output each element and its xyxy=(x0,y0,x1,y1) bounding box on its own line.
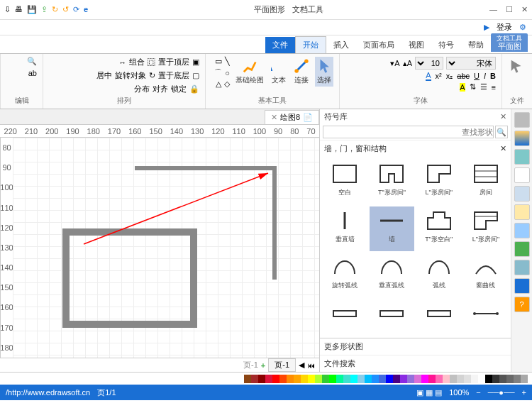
list-icon[interactable]: ☰ xyxy=(480,82,487,92)
minimize-button[interactable]: — xyxy=(489,5,497,14)
rail-item-6[interactable] xyxy=(514,204,530,220)
rail-item-4[interactable] xyxy=(514,167,530,183)
shape-item[interactable]: 窗曲线 xyxy=(464,253,508,298)
login-link[interactable]: 登录 xyxy=(497,22,512,33)
text-tool[interactable]: A文本 xyxy=(270,57,288,87)
color-swatch[interactable] xyxy=(450,375,457,383)
lock-icon[interactable]: 🔒 xyxy=(189,84,199,94)
font-color-button[interactable]: A xyxy=(426,71,431,81)
search-icon[interactable]: 🔍 xyxy=(495,126,508,138)
redo-icon[interactable]: ↻ xyxy=(52,5,58,14)
shape-item[interactable]: 弧线 xyxy=(417,253,461,298)
shape-item[interactable]: 房间 xyxy=(464,160,508,205)
tab-home[interactable]: 开始 xyxy=(295,36,326,53)
shape-item[interactable]: 墙 xyxy=(370,206,414,252)
rail-item-3[interactable] xyxy=(514,149,530,165)
doc-close-icon[interactable]: ✕ xyxy=(271,113,277,122)
decrease-font-icon[interactable]: A▾ xyxy=(390,59,399,68)
close-button[interactable]: ✕ xyxy=(521,5,528,14)
color-swatch[interactable] xyxy=(478,375,485,383)
document-tab[interactable]: 📄 绘图8 ✕ xyxy=(265,110,319,124)
panel-close-icon[interactable]: ✕ xyxy=(500,112,506,121)
shape-item[interactable]: "L"形房间 xyxy=(464,206,508,252)
size-icon[interactable]: ↔ xyxy=(118,58,126,67)
print-icon[interactable]: 🖶 xyxy=(15,5,23,14)
find-button[interactable]: 🔍 xyxy=(27,57,37,66)
color-swatch[interactable] xyxy=(251,375,258,383)
replace-button[interactable]: ab xyxy=(28,69,37,77)
zoom-out-icon[interactable]: − xyxy=(476,388,480,397)
refresh-icon[interactable]: ⟳ xyxy=(73,5,79,14)
shape-item[interactable] xyxy=(323,299,367,336)
color-swatch[interactable] xyxy=(272,375,279,383)
color-swatch[interactable] xyxy=(365,375,372,383)
color-swatch[interactable] xyxy=(322,375,329,383)
shape-rect-room[interactable] xyxy=(62,228,197,328)
color-swatch[interactable] xyxy=(485,375,492,383)
rail-item-7[interactable] xyxy=(514,223,530,238)
shape-search-input[interactable] xyxy=(323,126,494,138)
font-size-select[interactable]: 10 xyxy=(415,57,443,70)
color-swatch[interactable] xyxy=(499,375,506,383)
color-swatch[interactable] xyxy=(457,375,464,383)
settings-icon[interactable]: ⚙ xyxy=(519,23,526,32)
color-swatch[interactable] xyxy=(492,375,499,383)
page-nav-prev[interactable]: ◀ xyxy=(299,360,304,370)
sup-button[interactable]: x² xyxy=(436,72,442,80)
tab-pagelayout[interactable]: 页面布局 xyxy=(356,37,401,53)
star-tool-icon[interactable]: △ xyxy=(216,79,221,89)
spacing-icon[interactable]: ⇅ xyxy=(470,82,476,92)
color-swatch[interactable] xyxy=(350,375,358,383)
shape-item[interactable]: "T"形房间 xyxy=(370,160,414,205)
color-swatch[interactable] xyxy=(407,375,414,383)
rail-item-8[interactable] xyxy=(514,241,530,257)
color-swatch[interactable] xyxy=(428,375,436,383)
shape-item[interactable]: 垂直墙 xyxy=(323,206,367,252)
save-icon[interactable]: 💾 xyxy=(27,5,37,14)
increase-font-icon[interactable]: A▴ xyxy=(403,59,412,68)
color-swatch[interactable] xyxy=(308,375,315,383)
color-swatch[interactable] xyxy=(521,375,528,383)
tab-view[interactable]: 视图 xyxy=(401,37,431,53)
tab-insert[interactable]: 插入 xyxy=(326,37,356,53)
line-tool-icon[interactable]: ╲ xyxy=(225,57,230,66)
color-swatch[interactable] xyxy=(464,375,471,383)
view-mode-icon[interactable]: ▤ ▦ ▣ xyxy=(416,388,442,397)
color-swatch[interactable] xyxy=(400,375,407,383)
select-tool[interactable]: 选择 xyxy=(315,57,333,87)
underline-button[interactable]: U xyxy=(474,72,480,80)
color-swatch[interactable] xyxy=(265,375,272,383)
color-swatch[interactable] xyxy=(414,375,421,383)
maximize-button[interactable]: ☐ xyxy=(506,5,513,14)
color-swatch[interactable] xyxy=(506,375,514,383)
color-swatch[interactable] xyxy=(421,375,428,383)
color-swatch[interactable] xyxy=(336,375,343,383)
share-icon[interactable]: ⇪ xyxy=(41,5,48,14)
tab-floorplan-context[interactable]: 文档工具 平面图 xyxy=(491,33,528,52)
strike-button[interactable]: abc xyxy=(457,72,470,80)
color-swatch[interactable] xyxy=(244,375,251,383)
page-nav-first[interactable]: ⏮ xyxy=(307,361,315,370)
section-close-icon[interactable]: ✕ xyxy=(500,144,506,153)
arc-tool-icon[interactable]: ⌒ xyxy=(214,67,222,78)
color-swatch[interactable] xyxy=(294,375,301,383)
color-swatch[interactable] xyxy=(379,375,386,383)
color-swatch[interactable] xyxy=(471,375,478,383)
color-swatch[interactable] xyxy=(279,375,287,383)
sub-button[interactable]: x₂ xyxy=(446,72,453,81)
color-swatch[interactable] xyxy=(329,375,336,383)
tab-help[interactable]: 帮助 xyxy=(461,37,491,53)
color-swatch[interactable] xyxy=(358,375,365,383)
highlight-icon[interactable]: A xyxy=(460,83,465,92)
page-tab-current[interactable]: 页-1 xyxy=(268,358,296,372)
more-shapes-link[interactable]: 更多形状图 xyxy=(324,341,363,352)
color-swatch[interactable] xyxy=(372,375,379,383)
rail-item-1[interactable] xyxy=(514,112,530,128)
connect-tool[interactable]: 连接 xyxy=(292,57,311,87)
help-icon[interactable]: ? xyxy=(514,297,530,312)
color-swatch[interactable] xyxy=(443,375,450,383)
rotate-icon[interactable]: ↻ xyxy=(149,71,155,80)
shape-item[interactable]: 旋转弧线 xyxy=(323,253,367,298)
rail-item-2[interactable] xyxy=(514,131,530,146)
shape-item[interactable] xyxy=(370,299,414,336)
